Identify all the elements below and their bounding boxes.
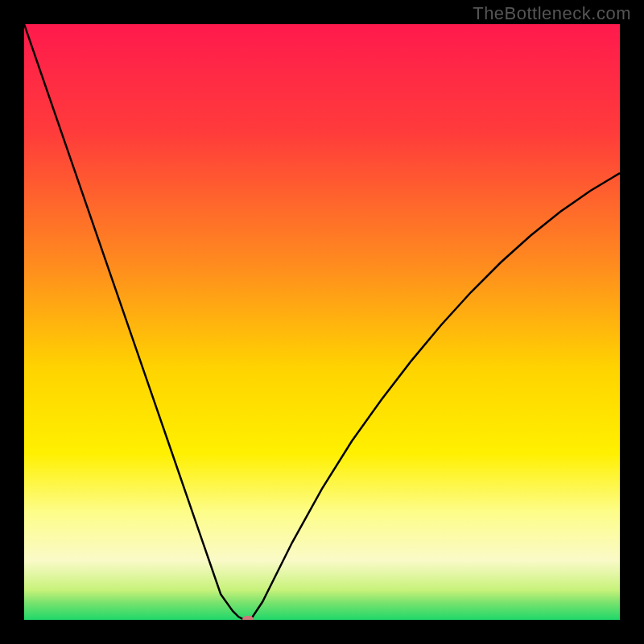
chart-plot-area xyxy=(24,24,620,620)
bottleneck-curve xyxy=(24,24,620,620)
watermark-text: TheBottleneck.com xyxy=(473,3,631,24)
optimal-point-marker xyxy=(242,616,254,620)
